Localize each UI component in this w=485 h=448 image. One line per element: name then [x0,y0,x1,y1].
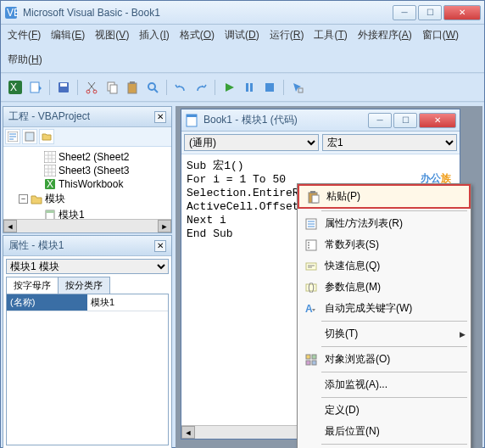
object-browser-icon [303,353,320,367]
folder-icon [31,193,42,205]
svg-rect-4 [31,82,39,92]
property-row[interactable]: (名称) 模块1 [7,294,168,311]
list-icon [303,217,320,231]
ctx-add-watch[interactable]: 添加监视(A)... [298,374,471,395]
view-object-icon[interactable] [22,129,37,144]
design-mode-icon[interactable] [288,78,307,97]
object-dropdown[interactable]: (通用) [184,134,319,151]
project-tree[interactable]: Sheet2 (Sheet2 Sheet3 (Sheet3 XThisWorkb… [3,147,171,219]
svg-point-34 [308,244,309,246]
svg-rect-14 [246,83,248,92]
procedure-dropdown[interactable]: 宏1 [322,134,457,151]
const-icon [303,238,320,252]
tree-node-thisworkbook[interactable]: XThisWorkbook [7,177,168,191]
ctx-separator [321,372,467,372]
svg-rect-17 [298,88,303,92]
menu-file[interactable]: 文件(F) [8,28,41,42]
svg-point-13 [148,83,155,90]
menu-debug[interactable]: 调试(D) [225,28,259,42]
ctx-quick-info[interactable]: 快速信息(Q) [298,255,471,277]
copy-icon[interactable] [103,78,121,97]
submenu-arrow-icon: ▶ [460,330,465,339]
code-close-button[interactable]: ✕ [419,113,456,128]
svg-rect-11 [128,83,137,93]
minimize-button[interactable]: ─ [393,5,416,20]
toolbar-divider [1,101,484,103]
menu-window[interactable]: 窗口(W) [422,28,459,42]
ctx-separator [321,321,467,322]
panel-close-button[interactable]: ✕ [154,111,166,123]
ctx-param-info[interactable]: () 参数信息(M) [298,277,471,298]
property-grid[interactable]: (名称) 模块1 [6,294,169,445]
ctx-autocomplete[interactable]: A 自动完成关键字(W) [298,298,471,319]
panel-title-text: 工程 - VBAProject [8,109,154,124]
run-icon[interactable] [220,78,238,97]
toolbar-sep [49,80,50,95]
ctx-prop-method-list[interactable]: 属性/方法列表(R) [298,213,471,234]
svg-text:X: X [47,178,53,190]
save-icon[interactable] [54,78,73,97]
prop-value[interactable]: 模块1 [87,294,168,311]
menu-run[interactable]: 运行(R) [270,28,304,42]
tree-node-sheet3[interactable]: Sheet3 (Sheet3 [7,164,168,177]
ctx-toggle[interactable]: 切换(T) ▶ [298,323,471,344]
paste-icon [304,190,321,204]
toggle-folders-icon[interactable] [39,129,54,144]
panel-close-button[interactable]: ✕ [154,240,166,252]
code-window-title: Book1 - 模块1 (代码) [203,113,368,127]
tab-categorized[interactable]: 按分类序 [58,277,110,294]
tab-alphabetic[interactable]: 按字母序 [6,277,59,294]
window-title: Microsoft Visual Basic - Book1 [23,7,393,19]
menu-help[interactable]: 帮助(H) [8,53,42,67]
svg-rect-42 [306,361,310,365]
menu-format[interactable]: 格式(O) [180,28,215,42]
project-explorer-title: 工程 - VBAProject ✕ [3,107,171,127]
object-selector[interactable]: 模块1 模块 [6,259,169,274]
tree-scrollbar[interactable]: ◄► [3,219,171,232]
break-icon[interactable] [240,78,259,97]
svg-rect-12 [130,81,135,84]
properties-panel: 属性 - 模块1 ✕ 模块1 模块 按字母序 按分类序 (名称) 模块1 [3,235,172,448]
ctx-separator [321,397,467,398]
svg-point-35 [308,247,309,249]
ctx-paste[interactable]: 粘贴(P) [298,184,471,209]
menu-edit[interactable]: 编辑(E) [51,28,85,42]
excel-icon[interactable]: X [6,78,25,97]
insert-dropdown-icon[interactable] [26,78,45,97]
menu-tools[interactable]: 工具(T) [314,28,347,42]
module-icon [44,210,56,220]
tree-node-module1[interactable]: 模块1 [7,207,168,219]
cut-icon[interactable] [82,78,101,97]
close-button[interactable]: ✕ [443,5,481,20]
svg-rect-36 [306,263,316,270]
svg-rect-30 [312,195,319,203]
redo-icon[interactable] [192,78,210,97]
menu-view[interactable]: 视图(V) [95,28,129,42]
paste-icon[interactable] [123,78,142,97]
ctx-object-browser[interactable]: 对象浏览器(O) [298,349,471,370]
view-code-icon[interactable] [5,129,20,144]
menu-divider [1,72,484,74]
undo-icon[interactable] [171,78,190,97]
reset-icon[interactable] [260,78,279,97]
menu-insert[interactable]: 插入(I) [139,28,169,42]
context-menu: 粘贴(P) 属性/方法列表(R) 常数列表(S) 快速信息(Q) () 参数信息… [297,183,471,448]
tree-node-sheet2[interactable]: Sheet2 (Sheet2 [7,150,168,164]
ctx-const-list[interactable]: 常数列表(S) [298,234,471,255]
svg-rect-6 [60,83,67,87]
tree-node-modules[interactable]: −模块 [7,191,168,207]
code-minimize-button[interactable]: ─ [368,113,392,128]
code-titlebar: Book1 - 模块1 (代码) ─ ☐ ✕ [181,109,460,132]
code-maximize-button[interactable]: ☐ [393,113,417,128]
find-icon[interactable] [143,78,162,97]
maximize-button[interactable]: ☐ [418,5,442,20]
svg-text:X: X [10,81,17,93]
svg-rect-32 [306,240,316,250]
vb-app-icon: VB [4,6,18,20]
ctx-definition[interactable]: 定义(D) [298,400,471,421]
panel-title-text: 属性 - 模块1 [8,238,154,253]
menu-addins[interactable]: 外接程序(A) [358,28,412,42]
svg-rect-29 [310,191,315,193]
collapse-icon[interactable]: − [19,194,28,204]
ctx-last-position[interactable]: 最后位置(N) [298,421,471,442]
